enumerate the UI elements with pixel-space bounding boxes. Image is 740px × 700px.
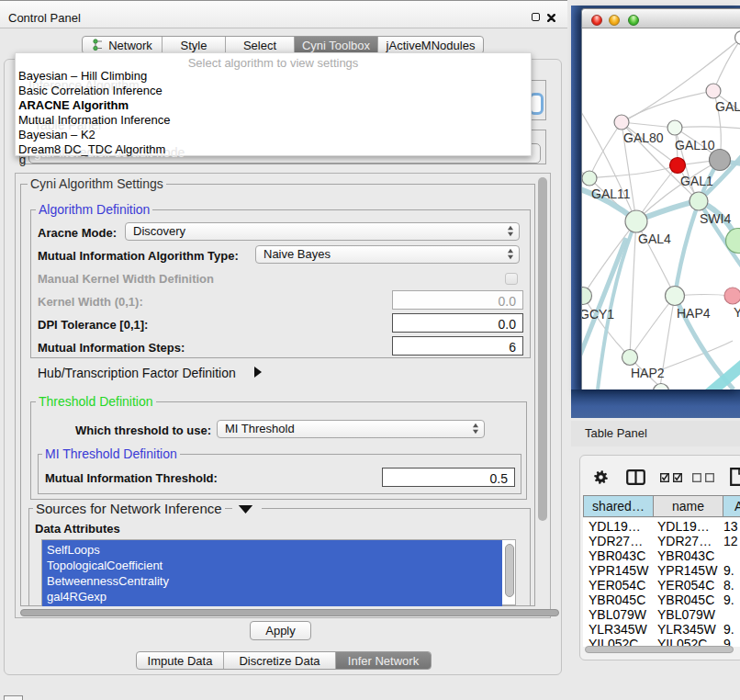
svg-text:GAL10: GAL10 <box>675 138 715 152</box>
svg-text:GCY1: GCY1 <box>582 307 614 322</box>
svg-text:Y: Y <box>734 305 740 320</box>
svg-text:GAL1: GAL1 <box>680 174 713 188</box>
svg-text:GAL80: GAL80 <box>623 130 664 145</box>
svg-text:GAL: GAL <box>715 99 740 114</box>
svg-text:HAP4: HAP4 <box>677 306 711 321</box>
svg-text:GAL4: GAL4 <box>638 231 671 246</box>
svg-text:HAP2: HAP2 <box>631 366 665 380</box>
svg-text:GAL11: GAL11 <box>591 186 631 201</box>
svg-text:SWI4: SWI4 <box>700 211 731 226</box>
